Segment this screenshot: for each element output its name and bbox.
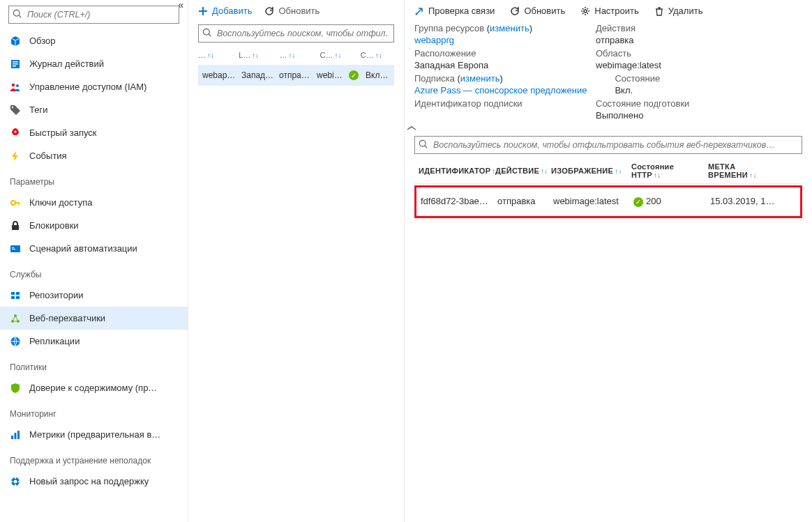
col-name[interactable]: …↑↓ [198, 51, 232, 59]
gear-icon [580, 6, 590, 16]
sidebar-item-locks[interactable]: Блокировки [0, 214, 188, 237]
loc-label: Расположение [414, 48, 568, 59]
sidebar-search-input[interactable] [8, 6, 179, 24]
rg-value[interactable]: webapprg [414, 35, 568, 45]
sidebar-item-tags[interactable]: Теги [0, 98, 188, 121]
refresh-icon [264, 6, 274, 16]
svg-point-6 [12, 83, 15, 86]
collapse-properties-chevron[interactable] [405, 122, 812, 135]
svg-rect-20 [16, 296, 20, 299]
loc-value: Западная Европа [414, 60, 568, 70]
mid-search[interactable] [198, 24, 394, 43]
cube-icon [10, 36, 21, 47]
col-action[interactable]: …↑↓ [279, 51, 313, 59]
mid-search-input[interactable] [198, 24, 394, 43]
svg-rect-31 [15, 484, 16, 486]
sidebar-item-label: Репликации [29, 336, 80, 346]
sidebar-item-iam[interactable]: Управление доступом (IAM) [0, 75, 188, 98]
sidebar-item-quickstart[interactable]: Быстрый запуск [0, 121, 188, 144]
refresh-button-r[interactable]: Обновить [510, 6, 565, 16]
mid-toolbar: Добавить Обновить [188, 0, 404, 22]
col-action[interactable]: ДЕЙСТВИЕ↑↓ [491, 167, 547, 175]
col-scope[interactable]: С…↑↓ [320, 51, 354, 59]
sidebar-item-label: Обзор [29, 36, 56, 46]
sidebar-item-support-request[interactable]: Новый запрос на поддержку [0, 470, 188, 493]
col-image[interactable]: ИЗОБРАЖЕНИЕ↑↓ [547, 167, 627, 175]
svg-rect-5 [13, 66, 16, 67]
svg-rect-19 [11, 296, 15, 299]
sidebar-item-label: Метрики (предварительная ве… [29, 429, 162, 440]
sidebar-item-events[interactable]: События [0, 144, 188, 167]
sidebar-item-automation[interactable]: Сценарий автоматизации [0, 237, 188, 260]
highlighted-event-row: fdf68d72-3bae-4… отправка webimage:lates… [414, 185, 802, 218]
sidebar-item-access-keys[interactable]: Ключи доступа [0, 191, 188, 214]
rocket-icon [10, 128, 21, 139]
col-identifier[interactable]: ИДЕНТИФИКАТОР↑↓ [414, 167, 491, 175]
col-status[interactable]: С…↑↓ [361, 51, 394, 59]
add-label: Добавить [212, 6, 252, 16]
sidebar-item-label: Ключи доступа [29, 197, 92, 208]
sidebar-item-label: Теги [29, 105, 47, 115]
search-icon [419, 139, 428, 149]
svg-point-7 [16, 84, 19, 87]
events-search-input[interactable] [414, 136, 802, 154]
sidebar-group-policies: Политики [0, 353, 188, 376]
sub-value[interactable]: Azure Pass — спонсорское предложение [414, 85, 587, 95]
tag-icon [10, 105, 21, 116]
ping-label: Проверка связи [428, 6, 495, 16]
sidebar-item-content-trust[interactable]: Доверие к содержимому (пре… [0, 376, 188, 399]
webhook-row[interactable]: webap… Запад… отпра… webi… ✓ Вкл… [198, 65, 394, 86]
cell-action: отпра… [279, 70, 313, 80]
sidebar-item-label: Управление доступом (IAM) [29, 82, 146, 92]
col-timestamp[interactable]: МЕТКА ВРЕМЕНИ↑↓ [704, 162, 781, 179]
sidebar-item-repositories[interactable]: Репозитории [0, 284, 188, 307]
script-icon [10, 243, 21, 254]
lightning-icon [10, 151, 21, 162]
svg-point-36 [416, 13, 418, 15]
refresh-label-r: Обновить [524, 6, 565, 16]
svg-line-39 [425, 146, 428, 148]
svg-rect-26 [15, 433, 17, 439]
cell-http: ✓200 [629, 196, 706, 207]
sub-change-link[interactable]: изменить [460, 73, 500, 84]
col-location[interactable]: L…↑↓ [239, 51, 272, 59]
svg-point-8 [12, 106, 13, 107]
ping-button[interactable]: Проверка связи [414, 6, 495, 16]
sidebar-item-replications[interactable]: Репликации [0, 330, 188, 353]
svg-rect-25 [11, 436, 13, 439]
sidebar-item-label: Новый запрос на поддержку [29, 476, 149, 486]
sidebar-group-settings: Параметры [0, 167, 188, 191]
refresh-button[interactable]: Обновить [264, 6, 319, 16]
add-button[interactable]: Добавить [198, 6, 252, 16]
svg-rect-4 [13, 63, 18, 65]
sidebar-item-label: Веб-перехватчики [29, 313, 105, 323]
prov-label: Состояние подготовки [596, 98, 749, 109]
events-search[interactable] [414, 136, 802, 154]
sidebar-item-activity-log[interactable]: Журнал действий [0, 52, 188, 75]
svg-rect-16 [12, 249, 15, 250]
sidebar-item-overview[interactable]: Обзор [0, 29, 188, 52]
shield-icon [10, 383, 21, 394]
cell-location: Запад… [241, 70, 275, 80]
search-icon [13, 9, 22, 19]
events-header: ИДЕНТИФИКАТОР↑↓ ДЕЙСТВИЕ↑↓ ИЗОБРАЖЕНИЕ↑↓… [414, 155, 802, 184]
cell-image: webimage:latest [549, 196, 629, 206]
svg-point-29 [14, 479, 17, 483]
webhook-icon [10, 313, 21, 324]
col-http-status[interactable]: Состояние HTTP↑↓ [627, 162, 704, 179]
configure-button[interactable]: Настроить [580, 6, 639, 16]
event-row[interactable]: fdf68d72-3bae-4… отправка webimage:lates… [416, 187, 800, 216]
svg-rect-13 [12, 225, 19, 230]
sidebar-item-webhooks[interactable]: Веб-перехватчики [0, 307, 188, 330]
lock-icon [10, 220, 21, 231]
refresh-icon [510, 6, 520, 16]
repo-icon [10, 290, 21, 301]
rg-change-link[interactable]: изменить [490, 23, 529, 33]
sidebar-list: Обзор Журнал действий Управление доступо… [0, 29, 188, 493]
sidebar-group-support: Поддержка и устранение неполадок [0, 446, 188, 470]
sidebar-search[interactable] [8, 6, 179, 24]
delete-button[interactable]: Удалить [654, 6, 703, 16]
svg-rect-17 [11, 292, 15, 295]
svg-rect-33 [18, 481, 20, 482]
sidebar-item-metrics[interactable]: Метрики (предварительная ве… [0, 423, 188, 446]
